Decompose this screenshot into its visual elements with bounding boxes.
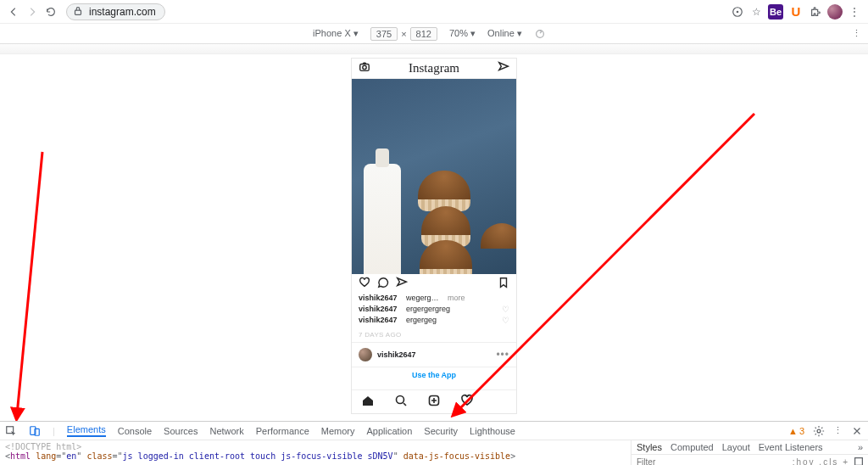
dimensions[interactable]: 375 × 812	[370, 27, 437, 41]
html-tag: <html lang="en" class="js logged-in clie…	[5, 451, 626, 461]
styles-pane: Styles Computed Layout Event Listeners »…	[631, 440, 868, 465]
address-bar[interactable]: instagram.com	[66, 3, 165, 20]
comment-icon[interactable]	[377, 277, 389, 291]
tab-computed[interactable]: Computed	[670, 442, 714, 452]
ig-header: Instagram	[352, 59, 516, 79]
annotation-arrow-left	[8, 152, 59, 421]
tab-event-listeners[interactable]: Event Listeners	[759, 442, 823, 452]
preview-stage: Instagram vishik2647 wegerg… more vishik…	[0, 54, 868, 421]
like-icon[interactable]	[359, 277, 370, 291]
device-toolbar: iPhone X ▾ 375 × 812 70% ▾ Online ▾ ⋮	[0, 24, 868, 44]
tab-layout[interactable]: Layout	[722, 442, 750, 452]
mobile-preview: Instagram vishik2647 wegerg… more vishik…	[351, 58, 517, 414]
devtools: | Elements Console Sources Network Perfo…	[0, 421, 868, 465]
bookmark-icon[interactable]	[498, 277, 509, 291]
comments: vishik2647 wegerg… more vishik2647 erger…	[352, 293, 516, 328]
extension-purple[interactable]: Be	[768, 4, 783, 20]
like-comment-icon[interactable]: ♡	[502, 304, 509, 315]
svg-point-3	[537, 30, 544, 37]
devtools-tabs: | Elements Console Sources Network Perfo…	[0, 422, 868, 440]
puzzle-icon[interactable]	[809, 5, 822, 19]
tab-application[interactable]: Application	[367, 426, 413, 436]
tab-security[interactable]: Security	[424, 426, 458, 436]
styles-tools[interactable]: :hov .cls +	[793, 457, 849, 465]
tab-performance[interactable]: Performance	[256, 426, 309, 436]
suggestion-row[interactable]: vishik2647 •••	[352, 342, 516, 367]
width-input[interactable]: 375	[370, 27, 398, 41]
star-icon[interactable]: ☆	[749, 5, 763, 19]
ig-bottom-nav	[352, 389, 516, 413]
ig-logo: Instagram	[409, 61, 459, 76]
comment-row: vishik2647 wegerg… more	[359, 293, 509, 304]
post-image[interactable]	[352, 79, 516, 274]
svg-point-6	[397, 396, 404, 404]
inspect-icon[interactable]	[5, 425, 17, 437]
kebab-icon[interactable]: ⋮	[848, 5, 861, 19]
chevron-right-icon[interactable]: »	[858, 442, 863, 452]
back-icon[interactable]	[7, 5, 20, 19]
svg-point-13	[817, 429, 821, 433]
url-text: instagram.com	[89, 6, 156, 18]
tab-console[interactable]: Console	[118, 426, 152, 436]
activity-icon[interactable]	[459, 394, 475, 410]
rotate-icon[interactable]	[534, 28, 546, 40]
styles-filter-row: :hov .cls +	[632, 455, 868, 465]
comment-row: vishik2647 ergergeg♡	[359, 315, 509, 326]
devtools-kebab-icon[interactable]: ⋮	[833, 425, 843, 436]
styles-filter-input[interactable]	[635, 455, 793, 465]
warnings-badge[interactable]: ▲3	[788, 426, 804, 436]
like-comment-icon[interactable]: ♡	[502, 315, 509, 326]
network-selector[interactable]: Online ▾	[487, 28, 522, 39]
use-app-cta[interactable]: Use the App	[352, 367, 516, 383]
search-icon[interactable]	[393, 394, 409, 410]
lock-icon	[72, 5, 84, 19]
tab-sources[interactable]: Sources	[164, 426, 198, 436]
tab-lighthouse[interactable]: Lighthouse	[470, 426, 515, 436]
svg-rect-14	[855, 457, 863, 465]
styles-tabs: Styles Computed Layout Event Listeners »	[632, 440, 868, 455]
suggestion-user: vishik2647	[377, 350, 416, 359]
svg-line-8	[17, 152, 42, 415]
share-icon[interactable]	[396, 277, 408, 291]
comment-row: vishik2647 ergergergreg♡	[359, 304, 509, 315]
device-kebab-icon[interactable]: ⋮	[852, 28, 861, 39]
messages-icon[interactable]	[498, 61, 509, 76]
close-icon[interactable]	[851, 425, 863, 437]
reload-icon[interactable]	[44, 5, 58, 19]
suggestion-avatar	[359, 348, 372, 361]
browser-toolbar: instagram.com ☆ Be U ⋮	[0, 0, 868, 24]
settings-icon[interactable]	[813, 425, 825, 437]
zoom-selector[interactable]: 70% ▾	[449, 28, 476, 39]
site-info-icon[interactable]	[731, 5, 744, 19]
svg-point-5	[363, 65, 366, 69]
more-icon[interactable]: •••	[496, 349, 509, 361]
camera-icon[interactable]	[359, 61, 370, 76]
profile-avatar[interactable]	[827, 4, 843, 20]
forward-icon[interactable]	[25, 5, 39, 19]
ruler	[0, 44, 868, 54]
dom-tree[interactable]: <!DOCTYPE html> <html lang="en" class="j…	[0, 440, 631, 465]
tab-styles[interactable]: Styles	[637, 442, 662, 452]
device-toggle-icon[interactable]	[29, 425, 41, 437]
device-selector[interactable]: iPhone X ▾	[313, 28, 359, 39]
tab-network[interactable]: Network	[209, 426, 243, 436]
svg-point-2	[737, 10, 739, 13]
svg-rect-0	[75, 10, 81, 14]
tab-elements[interactable]: Elements	[67, 424, 106, 437]
tab-memory[interactable]: Memory	[321, 426, 355, 436]
post-age: 7 DAYS AGO	[352, 328, 516, 342]
height-input[interactable]: 812	[410, 27, 437, 41]
extension-u[interactable]: U	[788, 4, 804, 20]
add-post-icon[interactable]	[426, 394, 442, 410]
doctype: <!DOCTYPE html>	[5, 442, 626, 451]
home-icon[interactable]	[360, 394, 376, 410]
post-actions	[352, 274, 516, 293]
new-style-icon[interactable]	[853, 456, 865, 466]
